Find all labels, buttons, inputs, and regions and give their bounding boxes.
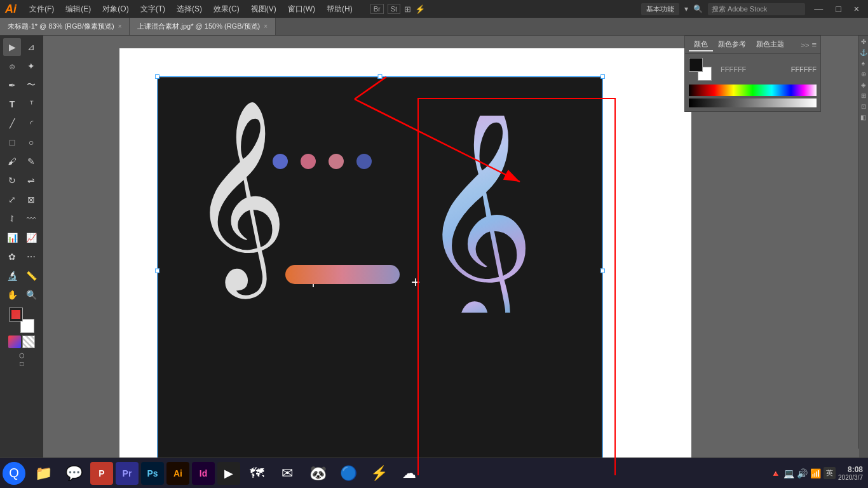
line-tool[interactable]: ╱	[3, 114, 21, 132]
taskbar-chrome-icon[interactable]: 🔵	[333, 458, 363, 489]
magic-wand-tool[interactable]: ✦	[22, 57, 40, 75]
right-icon-3[interactable]: ♠	[862, 60, 865, 67]
clock: 8:08 2020/3/7	[838, 465, 863, 481]
panel-expand-icon[interactable]: >>	[801, 41, 810, 49]
menu-view[interactable]: 视图(V)	[247, 3, 280, 16]
tab-color[interactable]: 颜色	[689, 38, 713, 51]
taskbar-wechat-icon[interactable]: 💬	[58, 458, 89, 489]
arrange-icon[interactable]: ⊞	[404, 4, 411, 14]
right-icon-4[interactable]: ⊕	[861, 71, 866, 78]
taskbar-panda-icon[interactable]: 🐼	[302, 458, 333, 489]
right-icon-2[interactable]: ⚓	[860, 49, 867, 56]
measure-tool[interactable]: 📏	[22, 267, 40, 285]
tab-material[interactable]: 上课混合素材.jpg* @ 150% (RGB/预览) ×	[130, 18, 276, 35]
panel-area: 颜色 颜色参考 颜色主题 >> ≡ FFFFFF FFFFFF	[684, 36, 821, 112]
blob-tool[interactable]: ✎	[22, 152, 40, 170]
color-panel: 颜色 颜色参考 颜色主题 >> ≡ FFFFFF FFFFFF	[684, 36, 821, 112]
menu-edit[interactable]: 编辑(E)	[62, 3, 95, 16]
symbol-shift-tool[interactable]: ⋯	[22, 248, 40, 266]
shear-tool[interactable]: ⊠	[22, 191, 40, 208]
eyedropper-tool[interactable]: 🔬	[3, 267, 21, 285]
menu-window[interactable]: 窗口(W)	[284, 3, 319, 16]
curvature-tool[interactable]: 〜	[22, 76, 40, 94]
symbol-tool[interactable]: ✿	[3, 248, 21, 266]
tab-untitled-close[interactable]: ×	[118, 23, 122, 30]
workspace-chevron-icon[interactable]: ▾	[684, 4, 688, 13]
taskbar-ppt-icon[interactable]: P	[90, 462, 113, 485]
minimize-button[interactable]: —	[810, 3, 827, 15]
bolt-icon[interactable]: ⚡	[415, 4, 425, 14]
taskbar-video-icon[interactable]: ▶	[217, 462, 240, 485]
touch-type-tool[interactable]: ᵀ	[22, 95, 40, 113]
width-tool[interactable]: ⥌	[3, 210, 21, 227]
search-input[interactable]: 搜索 Adobe Stock	[708, 3, 805, 15]
taskbar-maps-icon[interactable]: 🗺	[241, 458, 272, 489]
taskbar-files-icon[interactable]: 📁	[28, 458, 58, 489]
column-graph-tool[interactable]: 📈	[22, 229, 40, 247]
warp-tool[interactable]: 〰	[22, 210, 40, 227]
right-icon-5[interactable]: ◈	[861, 81, 866, 88]
right-icon-8[interactable]: ◧	[860, 114, 866, 121]
menu-file[interactable]: 文件(F)	[25, 3, 58, 16]
zoom-tool[interactable]: 🔍	[22, 286, 40, 304]
paintbrush-tool[interactable]: 🖌	[3, 152, 21, 170]
foreground-color-box[interactable]	[689, 58, 703, 72]
type-tool[interactable]: T	[3, 95, 21, 113]
menu-select[interactable]: 选择(S)	[173, 3, 206, 16]
taskbar-photoshop-icon[interactable]: Ps	[141, 462, 164, 485]
graph-tool[interactable]: 📊	[3, 229, 21, 247]
rect-tool[interactable]: □	[3, 133, 21, 151]
title-bar: Ai 文件(F) 编辑(E) 对象(O) 文字(T) 选择(S) 效果(C) 视…	[0, 0, 868, 18]
right-icon-1[interactable]: ✤	[861, 38, 866, 45]
select-tool[interactable]: ▶	[3, 38, 21, 56]
tray-icon-3[interactable]: 🔊	[797, 468, 808, 478]
tray-icon-2[interactable]: 💻	[783, 468, 794, 478]
tab-material-close[interactable]: ×	[264, 23, 268, 30]
taskbar-premiere-icon[interactable]: Pr	[116, 462, 139, 485]
right-icon-7[interactable]: ⊡	[861, 103, 866, 110]
menu-help[interactable]: 帮助(H)	[323, 3, 356, 16]
arc-tool[interactable]: ◜	[22, 114, 40, 132]
gradient-swatch[interactable]	[8, 336, 21, 348]
taskbar-indesign-icon[interactable]: Id	[192, 462, 215, 485]
menu-text[interactable]: 文字(T)	[137, 3, 169, 16]
workspace-dropdown[interactable]: 基本功能	[641, 3, 679, 15]
right-side-icons: ✤ ⚓ ♠ ⊕ ◈ ⊞ ⊡ ◧	[858, 36, 868, 449]
lasso-tool[interactable]: ⌾	[3, 57, 21, 75]
tab-untitled[interactable]: 未标题-1* @ 83% (RGB/像素预览) ×	[0, 18, 130, 35]
taskbar-illustrator-icon[interactable]: Ai	[166, 462, 189, 485]
tab-color-theme[interactable]: 颜色主题	[751, 38, 789, 51]
ellipse-tool[interactable]: ○	[22, 133, 40, 151]
screen-mode-icon[interactable]: □	[20, 360, 24, 367]
taskbar-penguin-icon[interactable]: ✉	[272, 458, 302, 489]
close-button[interactable]: ×	[850, 3, 863, 15]
direct-select-tool[interactable]: ⊿	[22, 38, 40, 56]
color-gradient-bar[interactable]	[689, 85, 817, 96]
reflect-tool[interactable]: ⇌	[22, 172, 40, 189]
language-indicator[interactable]: 英	[824, 467, 836, 479]
right-icon-6[interactable]: ⊞	[861, 92, 866, 99]
search-icon: 🔍	[693, 4, 703, 13]
taskbar-spark-icon[interactable]: ⚡	[363, 458, 394, 489]
fg-color-swatch[interactable]	[9, 308, 23, 322]
color-panel-body: FFFFFF FFFFFF	[685, 54, 820, 111]
left-toolbar: ▶ ⊿ ⌾ ✦ ✒ 〜 T ᵀ ╱ ◜ □ ○ 🖌 ✎ ↻ ⇌	[0, 36, 43, 475]
rotate-tool[interactable]: ↻	[3, 172, 21, 189]
tab-color-ref[interactable]: 颜色参考	[713, 38, 751, 51]
menu-object[interactable]: 对象(O)	[98, 3, 132, 16]
tray-icon-4[interactable]: 📶	[810, 468, 821, 478]
black-white-bar[interactable]	[689, 98, 817, 107]
draw-mode-icon[interactable]: ⬡	[19, 352, 25, 359]
hand-tool[interactable]: ✋	[3, 286, 21, 304]
none-swatch[interactable]	[22, 336, 35, 348]
panel-menu-icon[interactable]: ≡	[811, 40, 817, 50]
bridge-icon[interactable]: Br	[370, 4, 384, 14]
maximize-button[interactable]: □	[832, 3, 844, 15]
pen-tool[interactable]: ✒	[3, 76, 21, 94]
taskbar-cloud-icon[interactable]: ☁	[394, 458, 424, 489]
taskbar-tray-icon[interactable]: Q	[3, 462, 25, 485]
stock-icon[interactable]: St	[388, 4, 400, 14]
menu-effect[interactable]: 效果(C)	[210, 3, 243, 16]
scale-tool[interactable]: ⤢	[3, 191, 21, 208]
tray-icon-1[interactable]: 🔺	[770, 468, 781, 478]
